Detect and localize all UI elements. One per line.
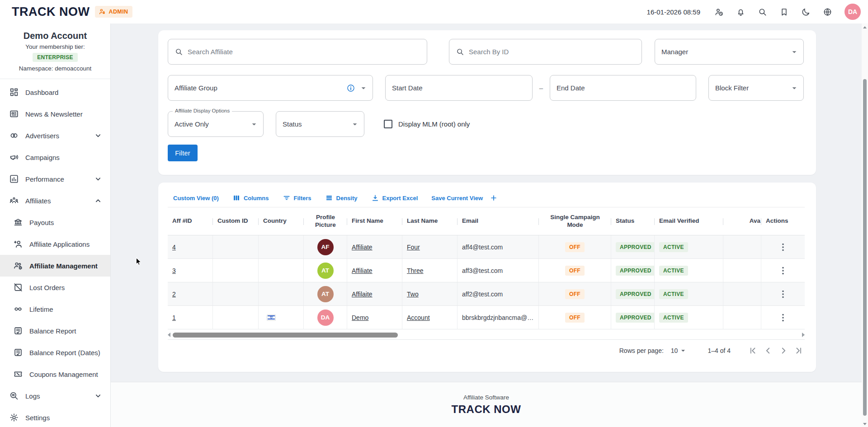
horizontal-scroll-thumb[interactable] [173, 333, 398, 338]
brand-logo[interactable]: TRACK NOW [12, 5, 90, 19]
profile-avatar[interactable]: AF [317, 239, 334, 255]
sidebar-item-advertisers[interactable]: Advertisers [0, 125, 110, 146]
first-page-button[interactable] [745, 343, 760, 358]
horizontal-scrollbar[interactable] [168, 332, 805, 338]
table-bottom-divider [168, 339, 805, 340]
first-name-link[interactable]: Affiliate [352, 267, 373, 274]
table-card: Custom View (0)ColumnsFiltersDensityExpo… [158, 183, 816, 372]
sidebar-item-payouts[interactable]: Payouts [0, 211, 110, 233]
sidebar-item-lost-orders[interactable]: Lost Orders [0, 277, 110, 298]
last-name-link[interactable]: Four [407, 244, 420, 251]
user-clock-icon[interactable] [714, 7, 724, 17]
profile-avatar[interactable]: DA [317, 310, 334, 326]
column-header-aff-id[interactable]: Aff #ID [168, 207, 213, 235]
toolbar-export-excel-button[interactable]: Export Excel [371, 194, 418, 202]
start-date-field[interactable]: Start Date [385, 75, 533, 101]
first-name-link[interactable]: Demo [352, 314, 368, 321]
rows-per-page-select[interactable]: 10 [671, 346, 688, 355]
affiliate-id-link[interactable]: 3 [172, 267, 176, 274]
affiliate-id-link[interactable]: 4 [172, 244, 176, 251]
search-affiliate-input[interactable] [188, 48, 420, 56]
column-header-country[interactable]: Country [259, 207, 304, 235]
end-date-field[interactable]: End Date [550, 75, 696, 101]
sidebar-item-news-newsletter[interactable]: News & Newsletter [0, 103, 110, 125]
toolbar-label: Export Excel [382, 195, 418, 202]
first-name-link[interactable]: Affiliate [352, 244, 373, 251]
user-avatar[interactable]: DA [844, 4, 861, 20]
column-header-email[interactable]: Email [458, 207, 539, 235]
row-actions-kebab-icon[interactable] [777, 265, 789, 277]
last-name-link[interactable]: Account [407, 314, 430, 321]
affiliate-id-link[interactable]: 2 [172, 291, 176, 298]
toolbar-columns-button[interactable]: Columns [232, 194, 269, 202]
first-name-link[interactable]: Affilaite [352, 291, 373, 298]
window-vertical-scrollbar[interactable] [862, 23, 868, 427]
column-header-status[interactable]: Status [611, 207, 655, 235]
sidebar-item-affiliates[interactable]: Affiliates [0, 190, 110, 211]
toolbar-label: Columns [244, 195, 269, 202]
scroll-up-icon[interactable] [863, 26, 867, 28]
previous-page-button[interactable] [760, 343, 776, 358]
column-header-custom-id[interactable]: Custom ID [213, 207, 259, 235]
column-header-email-verified[interactable]: Email Verified [655, 207, 723, 235]
search-icon[interactable] [758, 7, 767, 17]
bookmark-icon[interactable] [779, 7, 789, 17]
column-header-profile-picture[interactable]: Profile Picture [304, 207, 347, 235]
last-name-link[interactable]: Two [407, 291, 419, 298]
display-options-select[interactable]: Affiliate Display Options Active Only [168, 111, 264, 137]
sidebar-item-coupons-management[interactable]: Coupons Management [0, 363, 110, 385]
sidebar-item-lifetime[interactable]: Lifetime [0, 298, 110, 320]
sidebar-item-dashboard[interactable]: Dashboard [0, 81, 110, 103]
sidebar-item-balance-report[interactable]: Balance Report [0, 320, 110, 342]
display-options-value: Active Only [175, 120, 209, 128]
toolbar-density-button[interactable]: Density [325, 194, 358, 202]
row-actions-kebab-icon[interactable] [777, 241, 789, 253]
sidebar-item-balance-report-dates[interactable]: Balance Report (Dates) [0, 342, 110, 363]
column-header-first-name[interactable]: First Name [347, 207, 402, 235]
last-page-button[interactable] [791, 343, 807, 358]
admin-badge-label: ADMIN [108, 9, 128, 15]
vertical-scroll-thumb[interactable] [863, 79, 867, 416]
column-header-ava[interactable]: Ava [723, 207, 761, 235]
profile-avatar[interactable]: AT [317, 263, 334, 279]
filter-button[interactable]: Filter [168, 145, 198, 161]
affiliate-group-select[interactable]: Affiliate Group [168, 75, 373, 101]
search-affiliate-field[interactable] [168, 39, 427, 65]
manager-select[interactable]: Manager [655, 39, 804, 65]
row-actions-kebab-icon[interactable] [777, 288, 789, 300]
next-page-button[interactable] [776, 343, 791, 358]
display-mlm-checkbox[interactable] [384, 120, 392, 128]
column-header-last-name[interactable]: Last Name [402, 207, 458, 235]
toolbar-custom-view-0-button[interactable]: Custom View (0) [173, 195, 219, 202]
sidebar-item-label: Advertisers [25, 132, 93, 140]
scroll-left-icon[interactable] [168, 333, 170, 337]
row-actions-kebab-icon[interactable] [777, 312, 789, 324]
dark-mode-moon-icon[interactable] [801, 7, 811, 17]
sidebar-item-logs[interactable]: Logs [0, 385, 110, 407]
horizontal-scroll-track[interactable] [171, 333, 801, 338]
sidebar-item-performance[interactable]: Performance [0, 168, 110, 190]
block-filter-select[interactable]: Block Filter [708, 75, 804, 101]
scroll-down-icon[interactable] [863, 423, 867, 425]
info-icon[interactable] [346, 84, 355, 93]
toolbar-filters-button[interactable]: Filters [283, 194, 311, 202]
last-name-link[interactable]: Three [407, 267, 424, 274]
scroll-right-icon[interactable] [802, 333, 805, 337]
display-mlm-checkbox-row[interactable]: Display MLM (root) only [384, 111, 470, 137]
column-header-actions[interactable]: Actions [761, 207, 805, 235]
search-by-id-input[interactable] [469, 48, 635, 56]
notifications-bell-icon[interactable] [736, 7, 745, 17]
profile-avatar[interactable]: AT [317, 286, 334, 302]
chevron-down-icon [249, 119, 259, 129]
affiliate-id-link[interactable]: 1 [172, 314, 176, 321]
language-globe-icon[interactable] [823, 7, 832, 17]
status-select[interactable]: Status [276, 111, 364, 137]
search-by-id-field[interactable] [449, 39, 642, 65]
sidebar-item-affiliate-applications[interactable]: Affiliate Applications [0, 233, 110, 255]
sidebar-item-campaigns[interactable]: Campaigns [0, 146, 110, 168]
sidebar-item-affiliate-management[interactable]: Affiliate Management [0, 255, 110, 277]
column-header-single-campaign-mode[interactable]: Single Campaign Mode [539, 207, 611, 235]
toolbar-save-current-view-button[interactable]: Save Current View [431, 194, 498, 202]
tier-label: Your membership tier: [0, 43, 110, 50]
sidebar-item-settings[interactable]: Settings [0, 407, 110, 427]
